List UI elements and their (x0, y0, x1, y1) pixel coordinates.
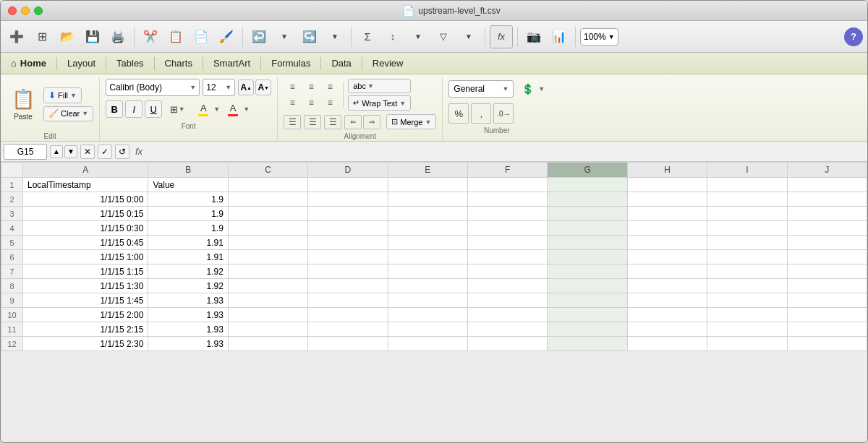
cell-b-12[interactable]: 1.93 (148, 337, 228, 351)
formula-input[interactable] (148, 144, 864, 160)
cell-b-5[interactable]: 1.91 (148, 236, 228, 250)
borders-arrow[interactable]: ▼ (179, 106, 185, 113)
cell-e-10[interactable] (388, 308, 467, 322)
cell-e-3[interactable] (388, 207, 467, 221)
paste-format-button[interactable]: 📄 (190, 25, 213, 48)
number-format-dropdown[interactable]: General ▼ (448, 80, 514, 98)
cell-g-7[interactable] (548, 264, 627, 279)
zoom-dropdown-icon[interactable]: ▼ (608, 33, 615, 40)
cell-f-11[interactable] (468, 322, 548, 337)
align-bottom-right-button[interactable]: ≡ (321, 95, 339, 110)
paste-button[interactable]: 📋 (7, 87, 40, 111)
fill-button[interactable]: ⬇ Fill ▼ (43, 87, 82, 103)
camera-button[interactable]: 📷 (522, 25, 545, 48)
cell-g-10[interactable] (548, 308, 627, 322)
undo-arrow[interactable]: ▼ (273, 25, 296, 48)
cell-h-9[interactable] (627, 293, 707, 308)
apps-button[interactable]: ⊞ (30, 25, 54, 48)
number-format-arrow[interactable]: ▼ (502, 85, 509, 93)
cell-b-3[interactable]: 1.9 (148, 207, 228, 221)
col-header-G[interactable]: G (548, 163, 627, 178)
cell-a-5[interactable]: 1/1/15 0:45 (23, 236, 148, 250)
formula-cancel-button[interactable]: ✕ (80, 145, 95, 159)
abc-orientation-button[interactable]: abc ▼ (348, 79, 411, 93)
align-bottom-center-button[interactable]: ≡ (302, 95, 320, 110)
decrease-indent-button[interactable]: ⇐ (344, 115, 362, 129)
cell-f-7[interactable] (468, 264, 548, 279)
cell-i-1[interactable] (707, 178, 787, 192)
cell-a-3[interactable]: 1/1/15 0:15 (23, 207, 148, 221)
close-button[interactable] (8, 7, 17, 15)
cell-g-3[interactable] (548, 207, 627, 221)
cell-j-7[interactable] (787, 264, 867, 279)
cell-f-8[interactable] (468, 279, 548, 293)
cell-i-4[interactable] (707, 221, 787, 236)
decimal-increase-button[interactable]: .0→ (493, 103, 514, 124)
cell-e-2[interactable] (388, 192, 467, 207)
col-header-H[interactable]: H (627, 163, 707, 178)
cell-f-5[interactable] (468, 236, 548, 250)
currency-icon-button[interactable]: 💲 (516, 79, 538, 99)
cell-d-1[interactable] (308, 178, 388, 192)
align-top-left-button[interactable]: ≡ (284, 79, 301, 94)
formula-up-arrow[interactable]: ▲ (50, 145, 63, 158)
cell-c-9[interactable] (228, 293, 307, 308)
cell-i-10[interactable] (707, 308, 787, 322)
col-header-J[interactable]: J (787, 163, 867, 178)
zoom-control[interactable]: 100% ▼ (580, 28, 618, 46)
cell-f-6[interactable] (468, 250, 548, 264)
fill-dropdown-icon[interactable]: ▼ (70, 92, 77, 99)
format-painter-button[interactable]: 🖌️ (215, 25, 238, 48)
cell-b-11[interactable]: 1.93 (148, 322, 228, 337)
cell-d-4[interactable] (308, 221, 388, 236)
sort-arrow[interactable]: ▼ (407, 25, 430, 48)
formula-button[interactable]: fx (490, 25, 513, 48)
cell-i-12[interactable] (707, 337, 787, 351)
cell-f-4[interactable] (468, 221, 548, 236)
cell-h-3[interactable] (627, 207, 707, 221)
cell-i-11[interactable] (707, 322, 787, 337)
cell-d-11[interactable] (308, 322, 388, 337)
align-bottom-left-button[interactable]: ≡ (284, 95, 301, 110)
increase-indent-button[interactable]: ⇒ (363, 115, 380, 129)
cell-i-6[interactable] (707, 250, 787, 264)
cell-e-1[interactable] (388, 178, 467, 192)
menu-charts[interactable]: Charts (155, 53, 203, 74)
cell-j-1[interactable] (787, 178, 867, 192)
font-name-arrow[interactable]: ▼ (190, 84, 196, 91)
formula-circle-button[interactable]: ↺ (115, 145, 129, 159)
cut-button[interactable]: ✂️ (139, 25, 162, 48)
cell-a-7[interactable]: 1/1/15 1:15 (23, 264, 148, 279)
cell-e-4[interactable] (388, 221, 467, 236)
cell-a-11[interactable]: 1/1/15 2:15 (23, 322, 148, 337)
align-center-button[interactable]: ☰ (304, 115, 321, 129)
highlight-color-button[interactable]: A (192, 99, 214, 119)
font-decrease-button[interactable]: A▼ (255, 79, 271, 95)
cell-c-2[interactable] (228, 192, 307, 207)
cell-e-11[interactable] (388, 322, 467, 337)
cell-a-8[interactable]: 1/1/15 1:30 (23, 279, 148, 293)
cell-c-4[interactable] (228, 221, 307, 236)
align-left-button[interactable]: ☰ (284, 115, 301, 129)
comma-button[interactable]: , (471, 103, 491, 124)
formula-down-arrow[interactable]: ▼ (64, 145, 77, 158)
cell-g-8[interactable] (548, 279, 627, 293)
cell-h-7[interactable] (627, 264, 707, 279)
cell-g-2[interactable] (548, 192, 627, 207)
menu-data[interactable]: Data (321, 53, 361, 74)
col-header-E[interactable]: E (388, 163, 467, 178)
cell-e-7[interactable] (388, 264, 467, 279)
wrap-arrow[interactable]: ▼ (399, 100, 406, 107)
cell-d-12[interactable] (308, 337, 388, 351)
menu-review[interactable]: Review (362, 53, 414, 74)
cell-i-9[interactable] (707, 293, 787, 308)
cell-a-4[interactable]: 1/1/15 0:30 (23, 221, 148, 236)
cell-g-9[interactable] (548, 293, 627, 308)
undo-button[interactable]: ↩️ (247, 25, 271, 48)
currency-arrow[interactable]: ▼ (538, 85, 545, 93)
cell-f-3[interactable] (468, 207, 548, 221)
cell-d-2[interactable] (308, 192, 388, 207)
sheet-view-button[interactable]: 📊 (548, 25, 571, 48)
align-top-center-button[interactable]: ≡ (302, 79, 320, 94)
cell-h-8[interactable] (627, 279, 707, 293)
